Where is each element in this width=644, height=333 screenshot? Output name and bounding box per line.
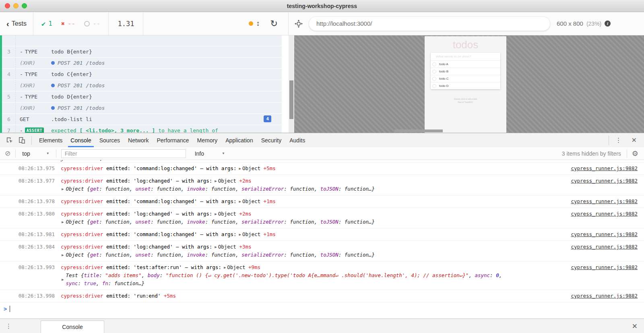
viewport-info: 600 x 800 (23%) i [557, 20, 611, 27]
expand-triangle-icon[interactable]: ▶ [221, 265, 227, 269]
console-prompt[interactable]: > [0, 302, 644, 316]
x-mark-icon: ✖ [61, 20, 65, 27]
app-window: testing-workshop-cypress ‹ Tests ✔ 1 ✖ -… [0, 0, 644, 333]
new-todo-input[interactable]: What needs to be done? [431, 53, 500, 60]
expand-triangle-icon: ▶ [61, 275, 66, 284]
source-link[interactable]: cypress_runner.js:9882 [571, 177, 644, 185]
drawer-menu-icon[interactable]: ⋮ [0, 323, 17, 333]
devtools-tabbar: Elements Console Sources Network Perform… [0, 133, 644, 147]
console-output: get: function, unset: function 08:26:13.… [0, 160, 644, 319]
todo-toggle-icon[interactable] [432, 77, 436, 81]
todo-toggle-icon[interactable] [432, 62, 436, 66]
expand-triangle-icon[interactable]: ▶ [237, 232, 242, 236]
pending-count: -- [84, 20, 100, 27]
tab-sources[interactable]: Sources [95, 133, 124, 147]
divider [31, 136, 32, 145]
tab-security[interactable]: Security [257, 133, 286, 147]
console-entry[interactable]: 08:26:13.984 cypress:driver emitted: 'lo… [0, 241, 644, 261]
object-preview[interactable]: ▶ Object {get: function, unset: function… [61, 218, 571, 226]
info-icon[interactable]: i [605, 21, 611, 27]
source-link[interactable]: cypress_runner.js:9882 [571, 164, 644, 173]
test-object-preview[interactable]: ▶ Test {title: "adds items", body: "func… [61, 271, 571, 288]
refresh-icon[interactable]: ↻ [270, 19, 288, 28]
preview-horizontal-scrollbar-thumb[interactable] [394, 130, 443, 132]
expand-triangle-icon: ▶ [61, 251, 66, 259]
drawer-tab-console[interactable]: Console [41, 321, 104, 333]
console-toolbar: ⊘ top ▼ Info ▼ 3 items hidden by filters… [0, 147, 644, 160]
minimize-window-button[interactable] [13, 3, 19, 8]
test-passed-bar [0, 35, 2, 133]
todo-item[interactable]: todo D [431, 82, 500, 89]
passed-count: ✔ 1 [41, 20, 52, 28]
todo-item[interactable]: todo A [431, 60, 500, 68]
expand-triangle-icon[interactable]: ▶ [212, 212, 218, 216]
console-settings-gear-icon[interactable]: ⚙ [627, 149, 644, 158]
scrollbar-thumb[interactable] [289, 80, 293, 119]
expand-triangle-icon[interactable]: ▶ [212, 245, 218, 249]
source-link[interactable]: cypress_runner.js:9882 [571, 197, 644, 206]
log-level-select[interactable]: Info ▼ [186, 150, 234, 157]
circle-icon [84, 21, 90, 27]
devtools-close-icon[interactable]: ✕ [627, 136, 641, 144]
todo-toggle-icon[interactable] [432, 70, 436, 74]
todo-item[interactable]: todo C [431, 75, 500, 82]
console-entry[interactable]: 08:26:13.978 cypress:driver emitted: 'co… [0, 195, 644, 208]
cypress-toolbar: ‹ Tests ✔ 1 ✖ -- -- 1.31 [0, 12, 644, 35]
todo-card: What needs to be done? todo A todo B tod… [431, 53, 500, 89]
zoom-window-button[interactable] [22, 3, 27, 8]
reporter-scrollbar[interactable] [289, 35, 294, 133]
tab-memory[interactable]: Memory [193, 133, 222, 147]
command-row[interactable]: 5 -TYPE todo D{enter} [2, 91, 282, 103]
back-to-tests-button[interactable]: ‹ Tests [0, 12, 33, 35]
tab-performance[interactable]: Performance [153, 133, 193, 147]
object-preview[interactable]: ▶ Object {get: function, unset: function… [61, 185, 571, 193]
todo-item[interactable]: todo B [431, 68, 500, 75]
console-entry[interactable]: 08:26:13.980 cypress:driver emitted: 'lo… [0, 208, 644, 228]
url-address-bar[interactable]: http://localhost:3000/ [309, 16, 550, 31]
clear-console-icon[interactable]: ⊘ [0, 149, 15, 158]
selector-playground-icon[interactable] [294, 19, 303, 28]
object-preview[interactable]: ▶ Object {get: function, unset: function… [61, 251, 571, 259]
text-caret [10, 306, 10, 312]
xhr-row[interactable]: (XHR) POST 201 /todos [2, 80, 282, 91]
todo-toggle-icon[interactable] [432, 84, 436, 88]
status-dot-icon [249, 21, 253, 26]
todos-app-footer: Double-click to edit a todo Part of Todo… [425, 97, 506, 104]
preview-header: http://localhost:3000/ 600 x 800 (23%) i [289, 12, 644, 35]
command-row[interactable]: 4 -TYPE todo C{enter} [2, 69, 282, 80]
source-link[interactable]: cypress_runner.js:9882 [571, 230, 644, 238]
console-filter-input[interactable] [61, 149, 186, 158]
tab-application[interactable]: Application [221, 133, 257, 147]
auto-scroll-indicator[interactable]: ↕ [249, 19, 270, 28]
source-link[interactable]: cypress_runner.js:9882 [571, 210, 644, 218]
expand-triangle-icon[interactable]: ▶ [212, 179, 218, 183]
expand-triangle-icon[interactable]: ▶ [237, 199, 242, 204]
tab-network[interactable]: Network [124, 133, 153, 147]
command-row[interactable]: 6 GET .todo-list li 4 [2, 114, 282, 125]
assert-row[interactable]: 7 -ASSERT expected [ <li.todo>, 3 more..… [2, 125, 282, 133]
console-entry[interactable]: 08:26:13.981 cypress:driver emitted: 'co… [0, 228, 644, 241]
execution-context-select[interactable]: top ▼ [16, 150, 56, 157]
xhr-dot-icon [51, 61, 55, 65]
source-link[interactable]: cypress_runner.js:9882 [571, 243, 644, 251]
console-entry[interactable]: 08:26:13.998 cypress:driver emitted: 'ru… [0, 290, 644, 302]
console-entry[interactable]: 08:26:13.977 cypress:driver emitted: 'lo… [0, 175, 644, 195]
tab-console[interactable]: Console [66, 133, 95, 147]
drawer-close-icon[interactable]: ✕ [632, 322, 644, 333]
device-toolbar-icon[interactable] [18, 136, 26, 144]
source-link[interactable]: cypress_runner.js:9882 [571, 292, 644, 300]
console-entry[interactable]: 08:26:13.975 cypress:driver emitted: 'co… [0, 162, 644, 175]
tab-elements[interactable]: Elements [35, 133, 66, 147]
command-row[interactable]: 3 -TYPE todo B{enter} [2, 46, 282, 58]
xhr-row[interactable]: (XHR) POST 201 /todos [2, 58, 282, 69]
console-entry[interactable]: 08:26:13.993 cypress:driver emitted: 'te… [0, 261, 644, 290]
close-window-button[interactable] [5, 3, 10, 8]
failed-count: ✖ -- [61, 20, 75, 27]
source-link[interactable]: cypress_runner.js:9882 [571, 263, 644, 271]
expand-triangle-icon[interactable]: ▶ [237, 166, 242, 171]
devtools-menu-icon[interactable]: ⋮ [611, 136, 626, 144]
xhr-row[interactable]: (XHR) POST 201 /todos [2, 103, 282, 114]
inspect-element-icon[interactable] [6, 136, 13, 144]
tab-audits[interactable]: Audits [285, 133, 309, 147]
prompt-chevron-icon: > [4, 306, 7, 312]
